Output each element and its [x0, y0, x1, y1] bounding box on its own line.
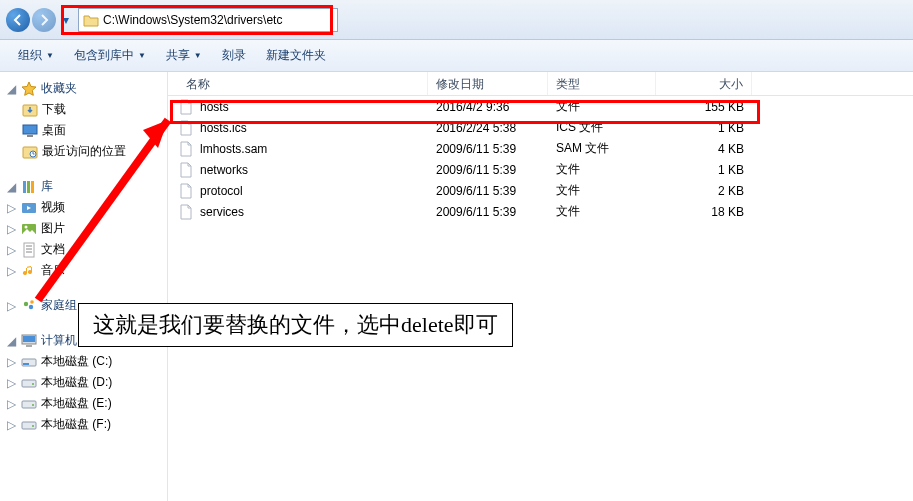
file-icon [178, 183, 194, 199]
file-name: hosts [200, 100, 229, 114]
file-rows: hosts2016/4/2 9:36文件155 KBhosts.ics2016/… [168, 96, 913, 222]
svg-rect-20 [22, 380, 36, 387]
sidebar-item-label: 最近访问的位置 [42, 143, 126, 160]
music-icon [21, 263, 37, 279]
file-date: 2016/4/2 9:36 [428, 100, 548, 114]
sidebar-item-label: 桌面 [42, 122, 66, 139]
sidebar-item-pictures[interactable]: ▷ 图片 [2, 218, 165, 239]
desktop-icon [22, 123, 38, 139]
svg-point-14 [30, 300, 34, 304]
file-icon [178, 120, 194, 136]
newfolder-label: 新建文件夹 [266, 47, 326, 64]
file-size: 1 KB [656, 163, 752, 177]
back-button[interactable] [6, 8, 30, 32]
sidebar-item-label: 文档 [41, 241, 65, 258]
include-menu[interactable]: 包含到库中▼ [66, 43, 154, 68]
svg-point-21 [32, 383, 34, 385]
expander-icon: ▷ [6, 398, 17, 409]
svg-rect-2 [27, 135, 33, 137]
sidebar-item-downloads[interactable]: 下载 [2, 99, 165, 120]
svg-rect-22 [22, 401, 36, 408]
sidebar-item-documents[interactable]: ▷ 文档 [2, 239, 165, 260]
file-row[interactable]: networks2009/6/11 5:39文件1 KB [168, 159, 913, 180]
file-row[interactable]: protocol2009/6/11 5:39文件2 KB [168, 180, 913, 201]
expander-icon: ◢ [6, 83, 17, 94]
homegroup-label: 家庭组 [41, 297, 77, 314]
file-icon [178, 162, 194, 178]
libraries-header[interactable]: ◢ 库 [2, 176, 165, 197]
file-name: hosts.ics [200, 121, 247, 135]
sidebar-item-desktop[interactable]: 桌面 [2, 120, 165, 141]
svg-rect-16 [23, 336, 35, 342]
file-name: networks [200, 163, 248, 177]
expander-icon: ▷ [6, 202, 17, 213]
organize-label: 组织 [18, 47, 42, 64]
file-row[interactable]: hosts.ics2016/2/24 5:38ICS 文件1 KB [168, 117, 913, 138]
svg-point-10 [25, 225, 28, 228]
address-path: C:\Windows\System32\drivers\etc [103, 13, 282, 27]
newfolder-button[interactable]: 新建文件夹 [258, 43, 334, 68]
file-name: services [200, 205, 244, 219]
file-row[interactable]: services2009/6/11 5:39文件18 KB [168, 201, 913, 222]
svg-rect-6 [27, 181, 30, 193]
favorites-header[interactable]: ◢ 收藏夹 [2, 78, 165, 99]
nav-history-dropdown[interactable]: ▾ [58, 13, 74, 27]
share-label: 共享 [166, 47, 190, 64]
sidebar-item-label: 视频 [41, 199, 65, 216]
file-size: 155 KB [656, 100, 752, 114]
sidebar-item-drive-e[interactable]: ▷ 本地磁盘 (E:) [2, 393, 165, 414]
file-date: 2009/6/11 5:39 [428, 184, 548, 198]
sidebar-item-videos[interactable]: ▷ 视频 [2, 197, 165, 218]
sidebar-item-music[interactable]: ▷ 音乐 [2, 260, 165, 281]
organize-menu[interactable]: 组织▼ [10, 43, 62, 68]
burn-button[interactable]: 刻录 [214, 43, 254, 68]
file-icon [178, 204, 194, 220]
libraries-icon [21, 179, 37, 195]
file-size: 1 KB [656, 121, 752, 135]
svg-point-12 [24, 301, 28, 305]
column-size[interactable]: 大小 [656, 72, 752, 95]
column-name[interactable]: 名称 [168, 72, 428, 95]
svg-point-13 [29, 304, 33, 308]
sidebar-item-recent[interactable]: 最近访问的位置 [2, 141, 165, 162]
expander-icon: ▷ [6, 244, 17, 255]
toolbar: 组织▼ 包含到库中▼ 共享▼ 刻录 新建文件夹 [0, 40, 913, 72]
expander-icon: ▷ [6, 419, 17, 430]
main-pane: ◢ 收藏夹 下载 桌面 最近访问的位置 ◢ 库 [0, 72, 913, 501]
expander-icon: ▷ [6, 223, 17, 234]
svg-rect-1 [23, 125, 37, 134]
sidebar-item-label: 音乐 [41, 262, 65, 279]
file-list-pane: 名称 修改日期 类型 大小 hosts2016/4/2 9:36文件155 KB… [168, 72, 913, 501]
svg-rect-19 [23, 363, 29, 365]
sidebar-item-drive-c[interactable]: ▷ 本地磁盘 (C:) [2, 351, 165, 372]
downloads-icon [22, 102, 38, 118]
file-icon [178, 99, 194, 115]
file-name: lmhosts.sam [200, 142, 267, 156]
share-menu[interactable]: 共享▼ [158, 43, 210, 68]
sidebar-item-label: 图片 [41, 220, 65, 237]
file-name: protocol [200, 184, 243, 198]
navigation-pane: ◢ 收藏夹 下载 桌面 最近访问的位置 ◢ 库 [0, 72, 168, 501]
favorites-group: ◢ 收藏夹 下载 桌面 最近访问的位置 [2, 78, 165, 162]
file-row[interactable]: hosts2016/4/2 9:36文件155 KB [168, 96, 913, 117]
sidebar-item-drive-f[interactable]: ▷ 本地磁盘 (F:) [2, 414, 165, 435]
libraries-label: 库 [41, 178, 53, 195]
drive-icon [21, 396, 37, 412]
svg-rect-5 [23, 181, 26, 193]
address-box[interactable]: C:\Windows\System32\drivers\etc [78, 8, 338, 32]
file-type: 文件 [548, 98, 656, 115]
column-date[interactable]: 修改日期 [428, 72, 548, 95]
column-type[interactable]: 类型 [548, 72, 656, 95]
svg-point-25 [32, 425, 34, 427]
file-date: 2009/6/11 5:39 [428, 163, 548, 177]
file-row[interactable]: lmhosts.sam2009/6/11 5:39SAM 文件4 KB [168, 138, 913, 159]
computer-icon [21, 333, 37, 349]
videos-icon [21, 200, 37, 216]
include-label: 包含到库中 [74, 47, 134, 64]
forward-button[interactable] [32, 8, 56, 32]
sidebar-item-drive-d[interactable]: ▷ 本地磁盘 (D:) [2, 372, 165, 393]
pictures-icon [21, 221, 37, 237]
libraries-group: ◢ 库 ▷ 视频 ▷ 图片 ▷ 文档 ▷ 音乐 [2, 176, 165, 281]
sidebar-item-label: 本地磁盘 (D:) [41, 374, 112, 391]
star-icon [21, 81, 37, 97]
